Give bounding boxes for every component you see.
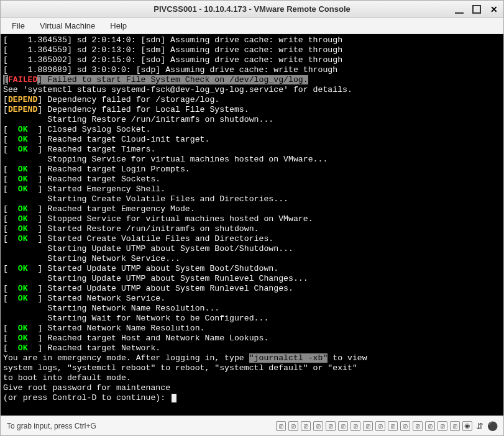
console-line: Starting Restore /run/initramfs on shutd…: [3, 115, 501, 125]
menu-help[interactable]: Help: [103, 19, 134, 33]
console-line: Give root password for maintenance: [3, 383, 501, 393]
menubar: File Virtual Machine Help: [1, 18, 503, 34]
console-line: See 'systemctl status systemd-fsck@dev-l…: [3, 85, 501, 95]
device-icon-5[interactable]: ⎚: [326, 421, 336, 431]
menu-file[interactable]: File: [4, 19, 32, 33]
console-line: [ 1.364535] sd 2:0:14:0: [sdn] Assuming …: [3, 35, 501, 45]
cdrom-icon[interactable]: ◉: [462, 421, 472, 431]
console-line: [ OK ] Started Update UTMP about System …: [3, 264, 501, 274]
console-line: [ OK ] Reached target Sockets.: [3, 175, 501, 184]
console-line: Starting Network Name Resolution...: [3, 304, 501, 314]
device-icon-12[interactable]: ⎚: [413, 421, 423, 431]
device-icon-2[interactable]: ⎚: [288, 421, 298, 431]
console-line: You are in emergency mode. After logging…: [3, 353, 501, 363]
console-line: [FAILED] Failed to start File System Che…: [3, 75, 501, 85]
device-icon-9[interactable]: ⎚: [375, 421, 385, 431]
device-icon-4[interactable]: ⎚: [313, 421, 323, 431]
console-output[interactable]: [ 1.364535] sd 2:0:14:0: [sdn] Assuming …: [1, 34, 503, 416]
console-line: [ 1.364559] sd 2:0:13:0: [sdm] Assuming …: [3, 45, 501, 55]
status-device-icons: ⎚⎚⎚⎚⎚⎚⎚⎚⎚⎚⎚⎚⎚⎚⎚◉⇵⚫: [276, 421, 497, 431]
console-line: [DEPEND] Dependency failed for /storage/…: [3, 95, 501, 105]
console-line: [ OK ] Started Create Volatile Files and…: [3, 234, 501, 244]
close-icon[interactable]: ✕: [490, 5, 498, 14]
status-hint: To grab input, press Ctrl+G: [7, 422, 276, 430]
console-line: Starting Update UTMP about System Boot/S…: [3, 244, 501, 254]
statusbar: To grab input, press Ctrl+G ⎚⎚⎚⎚⎚⎚⎚⎚⎚⎚⎚⎚…: [1, 416, 503, 435]
console-line: (or press Control-D to continue):: [3, 393, 501, 403]
console-line: Starting Create Volatile Files and Direc…: [3, 194, 501, 204]
console-line: Stopping Service for virtual machines ho…: [3, 155, 501, 165]
console-line: [ OK ] Reached target Host and Network N…: [3, 334, 501, 343]
console-line: [ OK ] Closed Syslog Socket.: [3, 125, 501, 135]
titlebar[interactable]: PIVCSS001 - 10.10.4.173 - VMware Remote …: [1, 1, 503, 18]
connected-icon[interactable]: ⚫: [487, 421, 497, 431]
console-line: [ OK ] Stopped Service for virtual machi…: [3, 214, 501, 224]
console-line: [ OK ] Reached target Login Prompts.: [3, 165, 501, 175]
console-line: system logs, "systemctl reboot" to reboo…: [3, 363, 501, 373]
device-icon-14[interactable]: ⎚: [438, 421, 447, 431]
console-line: [ OK ] Reached target Timers.: [3, 145, 501, 155]
device-icon-15[interactable]: ⎚: [450, 421, 460, 431]
device-icon-7[interactable]: ⎚: [351, 421, 360, 431]
minimize-icon[interactable]: [455, 5, 464, 14]
console-line: [ OK ] Started Network Name Resolution.: [3, 324, 501, 334]
console-line: to boot into default mode.: [3, 373, 501, 383]
text-cursor: [172, 394, 176, 402]
device-icon-11[interactable]: ⎚: [400, 421, 410, 431]
console-line: Starting Update UTMP about System Runlev…: [3, 274, 501, 284]
device-icon-13[interactable]: ⎚: [425, 421, 435, 431]
window-controls: ✕: [455, 5, 498, 14]
console-line: [DEPEND] Dependency failed for Local Fil…: [3, 105, 501, 115]
device-icon-8[interactable]: ⎚: [363, 421, 373, 431]
device-icon-6[interactable]: ⎚: [338, 421, 348, 431]
console-line: [ OK ] Reached target Network.: [3, 343, 501, 353]
console-line: Starting Wait for Network to be Configur…: [3, 314, 501, 324]
console-line: Starting Network Service...: [3, 254, 501, 264]
network-icon[interactable]: ⇵: [475, 421, 485, 431]
device-icon-1[interactable]: ⎚: [276, 421, 286, 431]
console-line: [ 1.365002] sd 2:0:15:0: [sdo] Assuming …: [3, 55, 501, 65]
console-line: [ OK ] Started Update UTMP about System …: [3, 284, 501, 294]
maximize-icon[interactable]: [472, 5, 481, 14]
menu-virtual-machine[interactable]: Virtual Machine: [32, 19, 103, 33]
console-line: [ OK ] Started Network Service.: [3, 294, 501, 304]
window-title: PIVCSS001 - 10.10.4.173 - VMware Remote …: [1, 4, 503, 14]
device-icon-3[interactable]: ⎚: [301, 421, 311, 431]
console-line: [ OK ] Started Emergency Shell.: [3, 184, 501, 194]
console-line: [ OK ] Reached target Cloud-init target.: [3, 135, 501, 145]
console-line: [ OK ] Started Restore /run/initramfs on…: [3, 224, 501, 234]
vmware-remote-console-window: PIVCSS001 - 10.10.4.173 - VMware Remote …: [0, 0, 504, 436]
console-line: [ 1.889689] sd 3:0:0:0: [sdp] Assuming d…: [3, 65, 501, 75]
device-icon-10[interactable]: ⎚: [388, 421, 398, 431]
console-line: [ OK ] Reached target Emergency Mode.: [3, 204, 501, 214]
